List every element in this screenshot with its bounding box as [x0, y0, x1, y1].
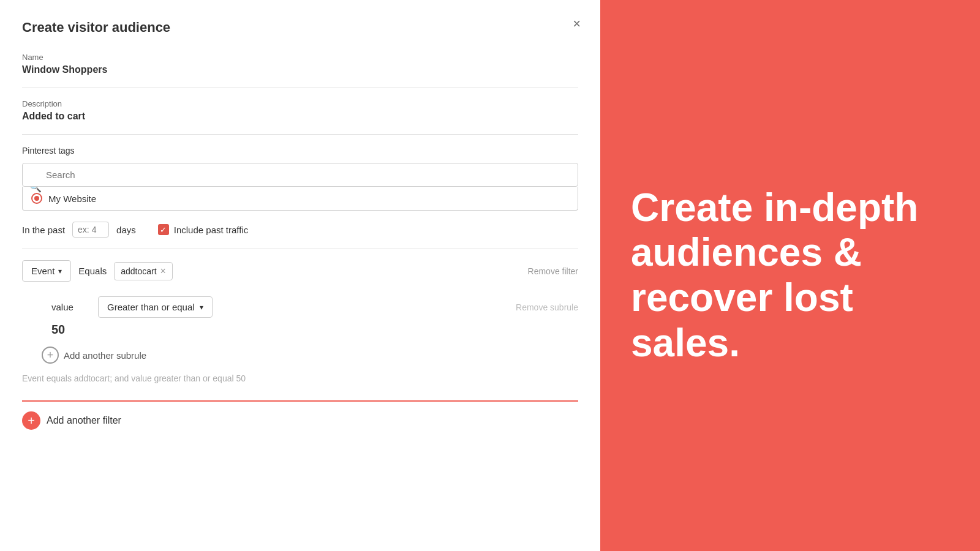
summary-text: Event equals addtocart; and value greate… — [22, 373, 578, 383]
chevron-down-icon: ▾ — [58, 267, 62, 276]
add-filter-plus-icon: + — [22, 411, 40, 430]
name-value: Window Shoppers — [22, 64, 578, 75]
subrule-value-label: value — [51, 302, 88, 312]
add-subrule-plus-icon: + — [42, 347, 59, 364]
name-label: Name — [22, 53, 578, 62]
add-subrule-button[interactable]: + Add another subrule — [42, 347, 146, 364]
name-field-group: Name Window Shoppers — [22, 53, 578, 75]
divider-3 — [22, 249, 578, 249]
past-row: In the past days ✓ Include past traffic — [22, 222, 578, 238]
add-filter-label: Add another filter — [47, 415, 121, 426]
tag-option-label: My Website — [48, 193, 96, 204]
search-input[interactable] — [22, 163, 578, 187]
remove-filter-button[interactable]: Remove filter — [528, 266, 578, 276]
subrule-chevron-icon: ▾ — [200, 303, 203, 312]
remove-tag-icon[interactable]: × — [160, 266, 166, 276]
filter-row: Event ▾ Equals addtocart × Remove filter — [22, 260, 578, 289]
modal-title: Create visitor audience — [22, 20, 578, 36]
past-days-input[interactable] — [72, 222, 109, 238]
subrule-operator-dropdown[interactable]: Greater than or equal ▾ — [98, 296, 213, 318]
description-label: Description — [22, 99, 578, 108]
subrule-operator-label: Greater than or equal — [107, 302, 195, 312]
modal-panel: Create visitor audience × Name Window Sh… — [0, 0, 600, 551]
filter-tag-value: addtocart — [121, 266, 156, 276]
divider-2 — [22, 134, 578, 135]
search-wrapper: 🔍 My Website — [22, 163, 578, 211]
pinterest-tags-label: Pinterest tags — [22, 146, 578, 156]
in-the-past-label: In the past — [22, 225, 65, 235]
event-dropdown[interactable]: Event ▾ — [22, 260, 71, 282]
close-button[interactable]: × — [573, 17, 581, 31]
description-value: Added to cart — [22, 111, 578, 122]
add-subrule-label: Add another subrule — [64, 350, 146, 361]
radio-button[interactable] — [31, 193, 42, 204]
tag-option-row[interactable]: My Website — [22, 187, 578, 211]
include-past-traffic-area: ✓ Include past traffic — [158, 224, 248, 235]
remove-subrule-button[interactable]: Remove subrule — [516, 302, 578, 312]
subrule-row: value Greater than or equal ▾ Remove sub… — [51, 296, 578, 318]
subrule-number-value: 50 — [51, 323, 578, 337]
include-past-traffic-checkbox[interactable]: ✓ — [158, 224, 169, 235]
add-filter-row[interactable]: + Add another filter — [22, 400, 578, 430]
filter-equals-label: Equals — [78, 266, 107, 276]
right-panel: Create in-depth audiences & recover lost… — [600, 0, 980, 551]
radio-dot — [34, 196, 39, 201]
description-field-group: Description Added to cart — [22, 99, 578, 122]
right-panel-text: Create in-depth audiences & recover lost… — [631, 186, 949, 365]
days-label: days — [116, 225, 136, 235]
include-past-traffic-label: Include past traffic — [174, 225, 248, 235]
divider-1 — [22, 88, 578, 88]
event-dropdown-label: Event — [31, 266, 55, 276]
filter-tag-chip: addtocart × — [114, 262, 173, 280]
